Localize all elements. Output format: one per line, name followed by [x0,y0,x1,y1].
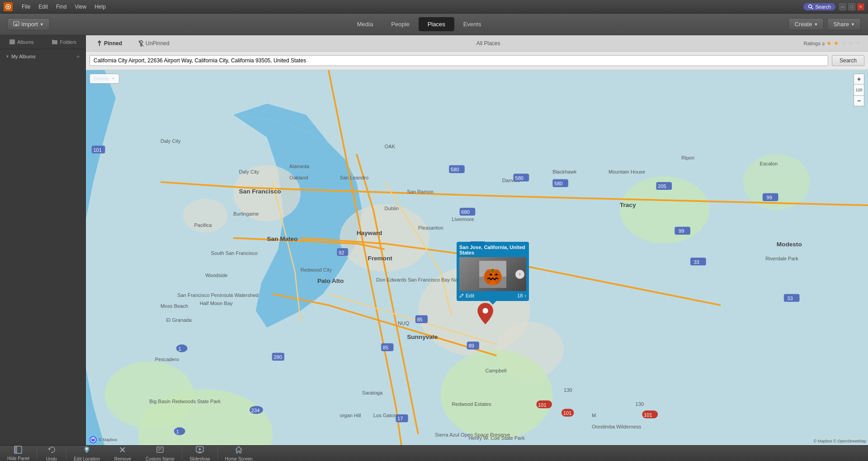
my-albums-label: My Albums [11,54,36,59]
undo-label: Undo [46,456,57,461]
hide-panel-svg [14,446,22,454]
menu-edit[interactable]: Edit [35,3,52,11]
create-label: Create [794,21,812,28]
san-leandro-label: San Leandro [340,175,368,180]
remove-label: Remove [114,456,131,461]
map-popup: San Jose, California, United States [457,242,529,301]
remove-svg [118,446,127,454]
svg-marker-46 [199,448,202,451]
popup-title: San Jose, California, United States [459,245,526,255]
menu-file[interactable]: File [18,3,34,11]
hide-panel-tool[interactable]: Hide Panel [0,446,37,461]
los-gatos-label: Los Gatos [373,413,396,418]
my-albums-arrow: ▼ [5,54,9,59]
remove-tool[interactable]: Remove [107,446,138,461]
popup-tail [489,301,496,305]
add-album-button[interactable]: + [76,53,80,60]
ratings-area: Ratings ≥ ★ ★ ★ ★ ★ [804,40,861,47]
svg-point-18 [440,350,552,439]
zoom-in-button[interactable]: + [854,74,864,85]
svg-point-39 [86,448,88,450]
title-search-bar[interactable]: Search [803,3,835,10]
minimize-button[interactable]: — [839,3,846,10]
svg-rect-42 [157,447,163,452]
star-1[interactable]: ★ [826,40,832,47]
modesto-label: Modesto [777,241,802,248]
popup-next-button[interactable]: › [515,270,524,279]
redwood-estates-label: Redwood Estates [452,401,491,407]
bottom-toolbar: Hide Panel Undo Edit Location [0,445,868,461]
share-arrow: ▼ [851,22,855,27]
custom-name-tool[interactable]: Custom Name [138,446,182,461]
tab-events[interactable]: Events [454,17,491,31]
map-style-label: Streets [94,76,109,81]
popup-count[interactable]: 18 › [517,293,526,298]
i-130-label: 130 [564,387,572,393]
app-icon [4,2,13,11]
zoom-controls: + 120 − [854,74,864,106]
edit-location-icon [83,446,91,456]
slideshow-svg [196,446,204,454]
sidebar: Albums Folders ▼ My Albums + [0,35,86,445]
my-albums-header[interactable]: ▼ My Albums + [4,51,82,62]
close-button[interactable]: ✕ [857,3,864,10]
maximize-button[interactable]: □ [848,3,855,10]
home-screen-icon [235,446,243,456]
svg-point-27 [494,269,501,284]
edit-location-tool[interactable]: Edit Location [66,446,107,461]
tab-media[interactable]: Media [348,17,382,31]
tab-people[interactable]: People [382,17,418,31]
menu-find[interactable]: Find [52,3,70,11]
slideshow-tool[interactable]: Slideshow [182,446,217,461]
hwy-99-text: 99 [679,228,684,234]
home-screen-tool[interactable]: Home Screen [218,446,260,461]
hwy-580-2-text: 580 [515,175,524,181]
map-style-selector[interactable]: Streets ▼ [90,74,119,84]
south-sf-label: South San Francisco [211,250,258,256]
import-button[interactable]: Import ▼ [7,18,50,30]
svg-rect-7 [9,40,15,44]
alameda-label: Alameda [289,164,310,169]
hwy-101-4-text: 101 [644,412,652,418]
star-5[interactable]: ★ [855,40,861,47]
share-button[interactable]: Share ▼ [827,18,861,30]
hwy-1-text: 1 [179,346,181,352]
nuq-label: NUQ [398,320,409,326]
star-2[interactable]: ★ [834,40,839,47]
hwy-1-shield [176,344,188,352]
svg-line-4 [811,8,813,9]
edit-icon [459,293,464,298]
tracy-label: Tracy [620,202,636,209]
blackhawk-label: Blackhawk [552,169,577,174]
hwy-280-text: 280 [274,354,282,360]
create-button[interactable]: Create ▼ [788,18,824,30]
undo-tool[interactable]: Undo [37,446,66,461]
popup-footer: Edit 18 › [459,293,526,298]
popup-edit-label: Edit [466,293,474,298]
sidebar-tab-albums[interactable]: Albums [0,35,43,49]
custom-name-svg [156,446,164,454]
map-container[interactable]: San Francisco Oakland Alameda Daly City … [86,70,868,445]
map-style-button[interactable]: Streets ▼ [90,74,119,84]
hwy-89-text-2: 89 [468,343,474,348]
star-4[interactable]: ★ [848,40,854,47]
sidebar-tab-folders[interactable]: Folders [43,35,86,49]
menu-help[interactable]: Help [91,3,109,11]
map-search-button[interactable]: Search [832,55,864,66]
hwy-205-text: 205 [658,183,666,189]
san-mateo-label: San Mateo [267,235,297,242]
zoom-out-button[interactable]: − [854,95,864,106]
home-screen-svg [235,446,243,454]
hwy-85-text: 85 [417,317,422,322]
map-search-input[interactable] [90,55,828,66]
window-controls: — □ ✕ [839,3,864,10]
pinned-tab[interactable]: Pinned [93,38,126,48]
star-3[interactable]: ★ [841,40,846,47]
svg-rect-28 [491,269,494,273]
title-search-label: Search [815,4,831,9]
popup-edit-button[interactable]: Edit [459,293,474,298]
unpinned-tab[interactable]: UnPinned [135,38,173,48]
tab-places[interactable]: Places [419,17,454,31]
menu-view[interactable]: View [71,3,90,11]
redwood-city-label: Redwood City [301,267,332,273]
